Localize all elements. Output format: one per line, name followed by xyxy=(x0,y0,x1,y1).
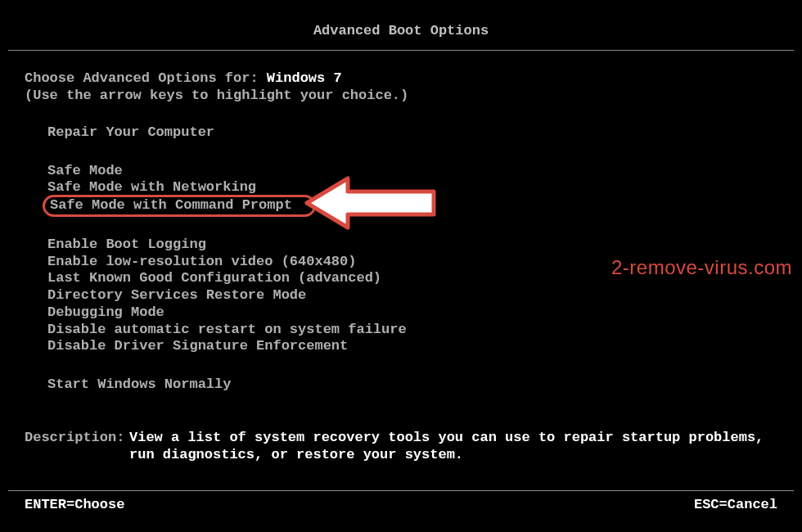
group-repair: Repair Your Computer xyxy=(47,124,777,142)
page-title: Advanced Boot Options xyxy=(8,8,794,50)
content-area: Choose Advanced Options for: Windows 7 (… xyxy=(8,70,794,394)
menu-debugging-mode[interactable]: Debugging Mode xyxy=(47,304,777,322)
group-safe-mode: Safe Mode Safe Mode with Networking Safe… xyxy=(47,163,777,215)
footer-divider xyxy=(8,490,794,491)
footer: ENTER=Choose ESC=Cancel xyxy=(25,497,777,512)
menu-repair-computer[interactable]: Repair Your Computer xyxy=(47,124,777,142)
menu-safe-mode-command-prompt[interactable]: Safe Mode with Command Prompt xyxy=(50,197,292,214)
boot-options-screen: Advanced Boot Options Choose Advanced Op… xyxy=(8,8,794,524)
menu-safe-mode-networking[interactable]: Safe Mode with Networking xyxy=(47,179,777,196)
description-block: Description: View a list of system recov… xyxy=(8,430,794,463)
os-name: Windows 7 xyxy=(267,70,342,86)
menu-enable-boot-logging[interactable]: Enable Boot Logging xyxy=(47,237,777,254)
description-text: View a list of system recovery tools you… xyxy=(129,430,777,463)
footer-esc: ESC=Cancel xyxy=(694,497,777,512)
footer-enter: ENTER=Choose xyxy=(25,497,124,512)
menu-safe-mode[interactable]: Safe Mode xyxy=(47,163,777,180)
highlight-circle: Safe Mode with Command Prompt xyxy=(43,195,316,217)
title-divider xyxy=(8,50,794,51)
group-normal: Start Windows Normally xyxy=(47,376,777,394)
choose-line: Choose Advanced Options for: Windows 7 xyxy=(25,70,777,86)
description-label: Description: xyxy=(25,430,129,463)
menu-disable-driver-sig[interactable]: Disable Driver Signature Enforcement xyxy=(47,338,777,355)
menu-start-normally[interactable]: Start Windows Normally xyxy=(47,376,777,394)
choose-prefix: Choose Advanced Options for: xyxy=(25,70,267,86)
menu-directory-services-restore[interactable]: Directory Services Restore Mode xyxy=(47,287,777,304)
group-advanced: Enable Boot Logging Enable low-resolutio… xyxy=(47,237,777,355)
menu-disable-auto-restart[interactable]: Disable automatic restart on system fail… xyxy=(47,322,777,339)
watermark-text: 2-remove-virus.com xyxy=(611,256,792,279)
arrow-keys-hint: (Use the arrow keys to highlight your ch… xyxy=(25,88,777,103)
